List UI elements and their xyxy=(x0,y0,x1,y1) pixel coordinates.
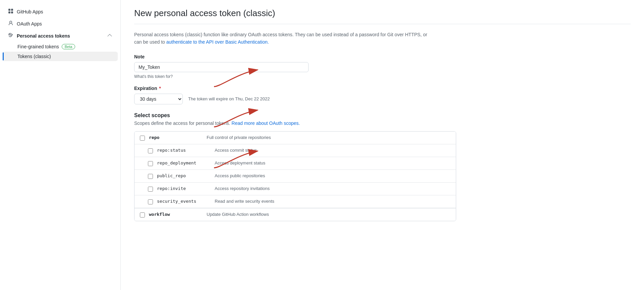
expiration-info: The token will expire on Thu, Dec 22 202… xyxy=(188,96,270,101)
scope-desc-repo-deployment: Access deployment status xyxy=(215,160,265,165)
page-title: New personal access token (classic) xyxy=(134,8,631,18)
person-icon xyxy=(8,20,13,27)
description-text: Personal access tokens (classic) functio… xyxy=(134,31,436,46)
scope-desc-repo: Full control of private repositories xyxy=(207,135,271,140)
fine-grained-tokens-label: Fine-grained tokens xyxy=(17,44,59,49)
scopes-section: Select scopes Scopes define the access f… xyxy=(134,112,631,221)
scope-row-repo: repo Full control of private repositorie… xyxy=(135,132,456,144)
sidebar-item-personal-access-tokens-label: Personal access tokens xyxy=(17,33,70,39)
scope-row-repo-status: repo:status Access commit status xyxy=(135,144,456,157)
expiration-label: Expiration * xyxy=(134,86,631,91)
oauth-scopes-link[interactable]: Read more about OAuth scopes. xyxy=(231,120,300,126)
scope-name-repo-status: repo:status xyxy=(157,148,211,153)
sidebar-sub-item-fine-grained[interactable]: Fine-grained tokens Beta xyxy=(3,42,118,51)
grid-icon xyxy=(8,8,13,15)
scope-checkbox-repo-deployment[interactable] xyxy=(148,161,153,166)
sidebar-item-personal-access-tokens[interactable]: Personal access tokens xyxy=(3,30,118,42)
sidebar-sub-item-tokens-classic[interactable]: Tokens (classic) xyxy=(3,52,118,61)
scope-row-workflow: workflow Update GitHub Action workflows xyxy=(135,208,456,221)
title-divider xyxy=(134,24,631,24)
scope-name-repo-deployment: repo_deployment xyxy=(157,160,211,165)
expiration-row: 7 days 30 days 60 days 90 days Custom No… xyxy=(134,94,631,104)
scopes-table: repo Full control of private repositorie… xyxy=(134,131,456,221)
scopes-title: Select scopes xyxy=(134,112,631,118)
sidebar-item-oauth-apps[interactable]: OAuth Apps xyxy=(3,18,118,30)
scope-name-security-events: security_events xyxy=(157,199,211,204)
key-icon xyxy=(8,33,13,39)
scope-checkbox-workflow[interactable] xyxy=(140,212,145,218)
scope-name-repo: repo xyxy=(149,135,203,140)
sidebar-item-github-apps[interactable]: GitHub Apps xyxy=(3,6,118,17)
expiration-section: Expiration * 7 days 30 days 60 days 90 d… xyxy=(134,86,631,104)
scope-name-repo-invite: repo:invite xyxy=(157,186,211,191)
sidebar-item-github-apps-label: GitHub Apps xyxy=(17,9,43,14)
note-label: Note xyxy=(134,54,631,59)
scope-checkbox-public-repo[interactable] xyxy=(148,174,153,179)
scope-desc-repo-status: Access commit status xyxy=(215,148,257,153)
scope-name-workflow: workflow xyxy=(149,212,203,217)
scope-row-public-repo: public_repo Access public repositories xyxy=(135,170,456,183)
scope-desc-repo-invite: Access repository invitations xyxy=(215,186,270,191)
beta-badge: Beta xyxy=(62,44,75,49)
expiration-select[interactable]: 7 days 30 days 60 days 90 days Custom No… xyxy=(134,94,183,104)
chevron-up-icon xyxy=(107,33,112,39)
sidebar-item-oauth-apps-label: OAuth Apps xyxy=(17,21,42,27)
scope-desc-security-events: Read and write security events xyxy=(215,199,274,204)
api-auth-link[interactable]: authenticate to the API over Basic Authe… xyxy=(166,39,269,45)
scope-checkbox-security-events[interactable] xyxy=(148,199,153,204)
tokens-classic-label: Tokens (classic) xyxy=(17,54,51,59)
scope-desc-public-repo: Access public repositories xyxy=(215,173,265,178)
scope-checkbox-repo-status[interactable] xyxy=(148,148,153,153)
note-input[interactable] xyxy=(134,62,309,72)
required-star: * xyxy=(158,86,161,91)
scope-checkbox-repo-invite[interactable] xyxy=(148,187,153,192)
scope-name-public-repo: public_repo xyxy=(157,173,211,178)
note-helper-text: What's this token for? xyxy=(134,74,631,79)
scope-desc-workflow: Update GitHub Action workflows xyxy=(207,212,269,217)
scopes-description: Scopes define the access for personal to… xyxy=(134,120,631,126)
scope-row-repo-deployment: repo_deployment Access deployment status xyxy=(135,157,456,170)
sidebar: GitHub Apps OAuth Apps Personal access t… xyxy=(0,0,121,290)
scope-row-security-events: security_events Read and write security … xyxy=(135,195,456,208)
scope-row-repo-invite: repo:invite Access repository invitation… xyxy=(135,183,456,195)
note-section: Note What's this token for? xyxy=(134,54,631,79)
main-content: New personal access token (classic) Pers… xyxy=(121,0,644,290)
scope-checkbox-repo[interactable] xyxy=(140,136,145,141)
